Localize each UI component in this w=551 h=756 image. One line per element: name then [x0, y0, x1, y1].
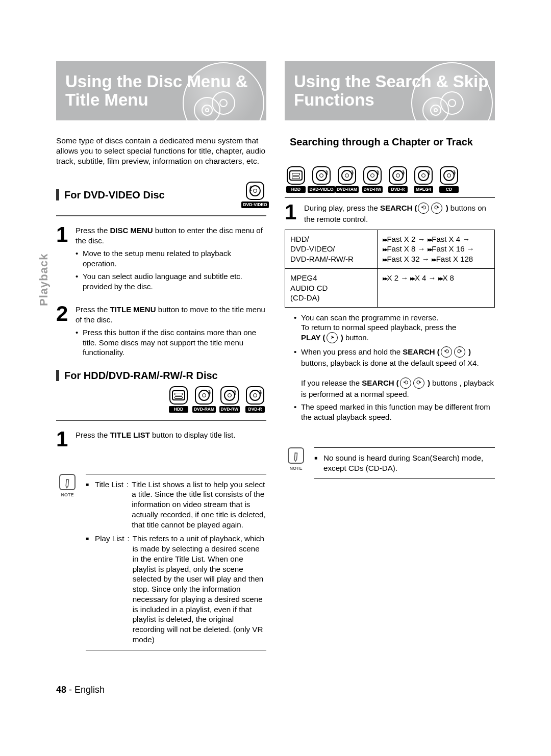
- page: Using the Disc Menu & Title Menu Some ty…: [56, 61, 495, 653]
- speed: X 4: [410, 273, 436, 282]
- note-label: NOTE: [61, 492, 73, 498]
- heading-text: Searching through a Chapter or Track: [290, 136, 473, 158]
- step-1: 1 During play, press the SEARCH ( ) butt…: [285, 203, 495, 224]
- footer-lang: English: [74, 685, 105, 695]
- note-block: NOTE Title List : Title List shows a lis…: [56, 474, 266, 653]
- icon-label: HDD: [169, 406, 188, 413]
- divider: [56, 420, 266, 421]
- bullet: You can select audio language and subtit…: [76, 271, 266, 291]
- t: SEARCH (: [362, 379, 399, 387]
- t: Press the: [76, 305, 110, 314]
- step-number: 1: [56, 430, 69, 448]
- icon-label: DVD-RAM: [335, 186, 359, 193]
- search-bullets: You can scan the programme in reverse. T…: [294, 313, 495, 422]
- table-cell-media: HDD/ DVD-VIDEO/ DVD-RAM/-RW/-R: [285, 230, 378, 269]
- bullet: Press this button if the disc contains m…: [76, 327, 266, 358]
- step-2-bullets: Press this button if the disc contains m…: [76, 327, 266, 358]
- search-fwd-icon: [454, 346, 465, 358]
- heading-text: For HDD/DVD-RAM/-RW/-R Disc: [64, 369, 218, 382]
- t: TITLE MENU: [110, 305, 156, 314]
- t: When you press and hold the: [301, 347, 403, 356]
- speed: Fast X 2: [383, 235, 425, 243]
- play-icon: [327, 332, 338, 343]
- table-cell-media: MPEG4 AUDIO CD (CD-DA): [285, 269, 378, 308]
- note-block: NOTE No sound is heard during Scan(Searc…: [285, 447, 495, 482]
- step-number: 1: [285, 203, 298, 224]
- dvd-video-icon: DVD-VIDEO: [310, 166, 333, 193]
- right-column: Using the Search & Skip Functions Search…: [285, 61, 495, 653]
- icon-label: DVD-RW: [362, 186, 383, 193]
- title-text: Using the Search & Skip Functions: [294, 72, 495, 110]
- t: ): [425, 379, 432, 387]
- dvd-r-icon: DVD-R: [244, 386, 266, 413]
- search-fwd-icon: [413, 377, 424, 389]
- term: Play List: [95, 534, 124, 644]
- speed: Fast X 4: [428, 235, 470, 243]
- t: You can scan the programme in reverse.: [301, 313, 439, 322]
- search-back-icon: [441, 346, 452, 358]
- step-2: 2 Press the TITLE MENU button to move to…: [56, 305, 266, 324]
- t: ): [443, 204, 450, 212]
- t: PLAY (: [301, 333, 325, 342]
- disc-type-icon: DVD-VIDEO: [244, 182, 266, 208]
- t: button to display title list.: [150, 431, 236, 439]
- note-icon: [288, 447, 304, 464]
- t: To return to normal speed playback, pres…: [301, 323, 456, 332]
- t: button.: [345, 333, 369, 342]
- note-icon: [59, 474, 76, 490]
- left-column: Using the Disc Menu & Title Menu Some ty…: [56, 61, 266, 653]
- divider: [285, 197, 495, 198]
- bullet: Move to the setup menu related to playba…: [76, 248, 266, 268]
- bullet: When you press and hold the SEARCH ( ) b…: [294, 347, 495, 399]
- step-1: 1 Press the TITLE LIST button to display…: [56, 430, 266, 448]
- step-number: 1: [56, 225, 69, 245]
- page-number: 48: [56, 685, 66, 695]
- speed: Fast X 128: [432, 255, 473, 263]
- icon-label: DVD-R: [245, 406, 265, 413]
- table-cell-speeds: Fast X 2 Fast X 4 Fast X 8 Fast X 16 Fas…: [377, 230, 494, 269]
- divider: [314, 478, 495, 479]
- heading-text: For DVD-VIDEO Disc: [64, 188, 165, 201]
- hdd-icon: HDD: [285, 166, 307, 193]
- divider: [56, 215, 266, 216]
- t: During play, press the: [304, 204, 380, 212]
- step-1-bullets: Move to the setup menu related to playba…: [76, 248, 266, 291]
- title-panel-disc-menu: Using the Disc Menu & Title Menu: [56, 61, 266, 120]
- note-item: Title List : Title List shows a list to …: [86, 480, 266, 530]
- search-back-icon: [400, 377, 411, 389]
- t: Press the: [76, 431, 110, 439]
- icon-label: MPEG4: [414, 186, 433, 193]
- step-1: 1 Press the DISC MENU button to enter th…: [56, 225, 266, 245]
- search-speed-table: HDD/ DVD-VIDEO/ DVD-RAM/-RW/-R Fast X 2 …: [285, 230, 495, 308]
- section-heading-dvd-video: For DVD-VIDEO Disc DVD-VIDEO: [56, 182, 266, 208]
- speed: Fast X 16: [428, 244, 474, 253]
- icon-label: HDD: [286, 186, 306, 193]
- dvd-r-icon: DVD-R: [387, 166, 409, 193]
- dvd-ram-icon: DVD-RAM: [336, 166, 358, 193]
- step-number: 2: [56, 305, 69, 324]
- cd-icon: CD: [438, 166, 460, 193]
- media-icon-row: HDD DVD-VIDEO DVD-RAM DVD-RW DVD-R MPEG4…: [285, 166, 495, 193]
- section-heading-hdd: For HDD/DVD-RAM/-RW/-R Disc: [56, 369, 266, 382]
- t: DISC MENU: [110, 226, 153, 235]
- t: SEARCH (: [380, 204, 417, 212]
- speed: X 2: [383, 273, 408, 282]
- dvd-ram-icon: DVD-RAM: [193, 386, 215, 413]
- hdd-icon: HDD: [167, 386, 190, 413]
- bullet: The speed marked in this function may be…: [294, 402, 495, 422]
- dvd-rw-icon: DVD-RW: [218, 386, 241, 413]
- t: ): [466, 347, 471, 356]
- t: Press the: [76, 226, 110, 235]
- icon-label: DVD-RAM: [192, 406, 216, 413]
- table-cell-speeds: X 2 X 4 X 8: [377, 269, 494, 308]
- speed: Fast X 32: [383, 255, 430, 263]
- term: Title List: [95, 480, 123, 530]
- speed: X 8: [438, 273, 454, 282]
- icon-label: DVD-R: [388, 186, 408, 193]
- t: ): [339, 333, 345, 342]
- speed: Fast X 8: [383, 244, 425, 253]
- intro-text: Some type of discs contain a dedicated m…: [56, 136, 266, 166]
- t: If you release the: [301, 379, 362, 387]
- search-fwd-icon: [431, 203, 442, 214]
- note-item: Play List : This refers to a unit of pla…: [86, 534, 266, 644]
